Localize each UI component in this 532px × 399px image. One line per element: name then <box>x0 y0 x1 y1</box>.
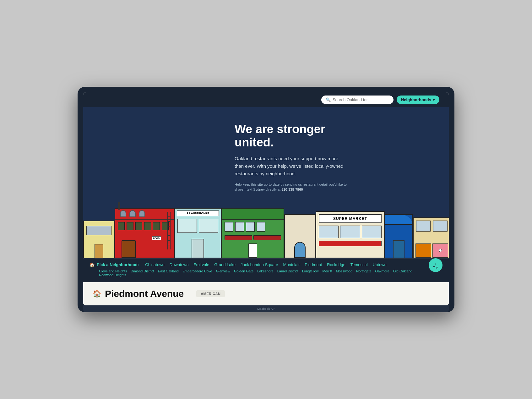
neighborhood-link-dimond[interactable]: Dimond District <box>131 269 154 273</box>
hero-section: We are stronger united. Oakland restaura… <box>83 107 449 258</box>
building-door <box>248 243 257 258</box>
door-orange <box>415 243 431 258</box>
neighborhood-link-jack-london[interactable]: Jack London Square <box>241 262 278 267</box>
arch-window <box>129 210 136 217</box>
building-green: 4680 <box>221 208 284 258</box>
food-sign: FOOD <box>152 236 161 240</box>
building-door <box>393 240 404 258</box>
building-laundromat: A LAUNDROMAT <box>174 208 221 258</box>
search-bar[interactable]: 🔍 <box>321 96 394 104</box>
hero-note: Help keep this site up-to-date by sendin… <box>235 182 348 192</box>
window-green <box>153 222 160 230</box>
neighborhood-link-east-oakland[interactable]: East Oakland <box>158 269 179 273</box>
neighborhood-link-merritt[interactable]: Merritt <box>323 269 332 273</box>
divider <box>90 279 442 279</box>
building-red: FOOD <box>115 208 174 258</box>
buildings-row: THE TOWN OAKLAND <box>83 202 449 258</box>
neighborhood-link-golden-gate[interactable]: Golden Gate <box>234 269 253 273</box>
neighborhood-link-montclair[interactable]: Montclair <box>283 262 300 267</box>
neighborhood-link-glenview[interactable]: Glenview <box>216 269 230 273</box>
window <box>235 222 244 232</box>
arch-window <box>139 210 145 217</box>
neighborhood-link-lakeshore[interactable]: Lakeshore <box>257 269 273 273</box>
door-pink <box>432 243 448 258</box>
window <box>225 222 233 232</box>
laptop-label: Macbook Air <box>257 307 274 310</box>
tan-doors <box>414 243 449 258</box>
building-small-left <box>83 221 115 258</box>
supermarket-window <box>340 226 360 238</box>
neighborhood-link-longfellow[interactable]: Longfellow <box>302 269 319 273</box>
neighborhood-link-mosswood[interactable]: Mosswood <box>336 269 353 273</box>
neighborhood-link-embarcadero[interactable]: Embarcadero Cove <box>182 269 212 273</box>
neighborhood-link-cleveland[interactable]: Cleveland Heights <box>99 269 127 273</box>
section-house-icon: 🏠 <box>93 290 101 298</box>
neighborhood-link-downtown[interactable]: Downtown <box>170 262 189 267</box>
laundromat-sign: A LAUNDROMAT <box>177 210 219 216</box>
door-knob <box>439 249 442 252</box>
supermarket-sign: SUPER MARKET <box>319 214 382 223</box>
neighborhood-link-northgate[interactable]: Northgate <box>356 269 371 273</box>
tan-windows <box>414 218 449 234</box>
laundromat-door <box>192 239 204 258</box>
hero-title: We are stronger united. <box>235 123 348 149</box>
neighborhood-secondary-row: Cleveland Heights Dimond District East O… <box>90 269 442 277</box>
neighborhood-link-uptown[interactable]: Uptown <box>373 262 387 267</box>
laundromat-window-left <box>177 219 197 233</box>
building-arch <box>284 214 316 258</box>
window <box>257 222 265 232</box>
supermarket-window <box>319 226 339 238</box>
awning <box>253 235 281 240</box>
green-upper <box>222 209 284 220</box>
search-input[interactable] <box>333 97 389 102</box>
section-title-area: 🏠 Piedmont Avenue <box>93 288 184 299</box>
tan-window <box>416 221 431 232</box>
pick-label: 🏠 Pick a Neighborhood: <box>90 262 139 267</box>
neighborhood-link-rockridge[interactable]: Rockridge <box>327 262 345 267</box>
red-awning <box>319 241 382 246</box>
neighborhood-link-chinatown[interactable]: Chinatown <box>145 262 164 267</box>
top-button[interactable]: ↑ Top <box>429 258 442 272</box>
section-title: Piedmont Avenue <box>105 288 184 299</box>
window-green <box>127 222 133 230</box>
laptop-frame: 🔍 Neighborhoods ▾ We are stronger united… <box>78 87 454 312</box>
neighborhood-bar-container: 🏠 Pick a Neighborhood: Chinatown Downtow… <box>83 258 449 282</box>
neighborhood-link-oakmore[interactable]: Oakmore <box>375 269 389 273</box>
bottom-section: 🏠 Piedmont Avenue AMERICAN <box>83 282 449 305</box>
laundromat-windows <box>175 217 221 234</box>
billboard-building: THE TOWN OAKLAND <box>115 208 174 258</box>
hero-subtitle: Oakland restaurants need your support no… <box>235 155 348 178</box>
neighborhoods-button[interactable]: Neighborhoods ▾ <box>397 96 439 104</box>
laundromat-window-right <box>199 219 218 233</box>
building-door <box>122 240 136 258</box>
building-supermarket: SUPER MARKET <box>316 211 385 258</box>
neighborhood-link-fruitvale[interactable]: Fruitvale <box>193 262 209 267</box>
awning <box>225 235 252 240</box>
neighborhood-link-grand-lake[interactable]: Grand Lake <box>214 262 236 267</box>
tan-window <box>433 221 448 232</box>
phone-number: 510-338-7860 <box>281 188 303 191</box>
neighborhood-main-row: 🏠 Pick a Neighborhood: Chinatown Downtow… <box>90 262 442 267</box>
awnings <box>222 235 284 240</box>
neighborhood-link-laurel[interactable]: Laurel District <box>277 269 298 273</box>
supermarket-windows <box>316 223 384 241</box>
category-badge: AMERICAN <box>196 290 225 297</box>
neighborhood-link-piedmont[interactable]: Piedmont <box>305 262 322 267</box>
hero-content: We are stronger united. Oakland restaura… <box>172 123 360 202</box>
neighborhood-link-old-oakland[interactable]: Old Oakland <box>393 269 412 273</box>
building-tan <box>413 217 449 258</box>
laptop-base: Macbook Air <box>83 305 449 312</box>
search-icon: 🔍 <box>326 97 331 102</box>
window-green <box>135 222 142 230</box>
top-label: Top <box>433 266 438 269</box>
building-blue-canopy <box>385 214 413 258</box>
navbar: 🔍 Neighborhoods ▾ <box>83 92 449 107</box>
neighborhood-bar: 🏠 Pick a Neighborhood: Chinatown Downtow… <box>83 258 449 282</box>
window <box>246 222 255 232</box>
neighborhood-link-temescal[interactable]: Temescal <box>350 262 368 267</box>
neighborhood-link-redwood[interactable]: Redwood Heights <box>99 273 126 277</box>
fire-escape-ladder <box>167 212 171 249</box>
window-green <box>118 222 125 230</box>
supermarket-window <box>362 226 382 238</box>
neighborhoods-label: Neighborhoods <box>401 97 431 102</box>
